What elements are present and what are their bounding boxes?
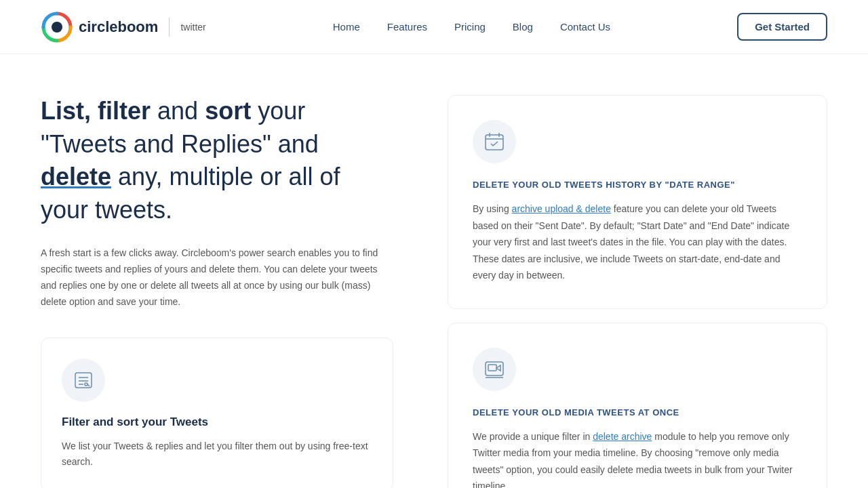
desc-before-2: We provide a unique filter in (473, 431, 593, 442)
nav-link-pricing[interactable]: Pricing (454, 21, 486, 33)
filter-icon (73, 369, 94, 391)
right-column: DELETE YOUR OLD TWEETS HISTORY BY "DATE … (434, 95, 827, 488)
date-range-card-title: DELETE YOUR OLD TWEETS HISTORY BY "DATE … (473, 180, 802, 190)
media-tweets-card-title: DELETE YOUR OLD MEDIA TWEETS AT ONCE (473, 407, 802, 418)
media-icon-wrap (473, 348, 516, 391)
logo-icon (41, 11, 73, 43)
logo-brand-text: circleboom (79, 18, 158, 36)
nav-link-home[interactable]: Home (333, 21, 360, 33)
nav-link-features[interactable]: Features (387, 21, 427, 33)
left-column: List, filter and sort your "Tweets and R… (41, 95, 434, 488)
hero-description: A fresh start is a few clicks away. Circ… (41, 245, 393, 310)
desc-after-1: feature you can delete your old Tweets b… (473, 203, 789, 281)
hero-heading-and1: and (157, 97, 205, 125)
delete-archive-link[interactable]: delete archive (593, 431, 652, 442)
filter-card-desc: We list your Tweets & replies and let yo… (62, 439, 372, 471)
logo-divider (169, 18, 170, 37)
svg-rect-13 (488, 365, 496, 371)
svg-point-1 (52, 22, 62, 33)
main-content: List, filter and sort your "Tweets and R… (0, 54, 868, 488)
svg-rect-8 (486, 135, 503, 150)
hero-heading: List, filter and sort your "Tweets and R… (41, 95, 393, 226)
calendar-check-icon (484, 131, 505, 152)
media-tweets-card-desc: We provide a unique filter in delete arc… (473, 428, 802, 489)
nav-link-contact[interactable]: Contact Us (560, 21, 610, 33)
logo[interactable]: circleboom twitter (41, 11, 206, 43)
archive-upload-delete-link[interactable]: archive upload & delete (512, 203, 611, 214)
filter-card: Filter and sort your Tweets We list your… (41, 338, 393, 488)
hero-heading-delete: delete (41, 163, 111, 190)
date-range-card: DELETE YOUR OLD TWEETS HISTORY BY "DATE … (448, 95, 827, 309)
desc-before-1: By using (473, 203, 512, 214)
date-range-card-desc: By using archive upload & delete feature… (473, 201, 802, 284)
get-started-button[interactable]: Get Started (737, 13, 827, 41)
media-archive-icon (484, 359, 505, 380)
logo-sub-text: twitter (180, 22, 205, 33)
svg-line-7 (87, 384, 90, 386)
media-tweets-card: DELETE YOUR OLD MEDIA TWEETS AT ONCE We … (448, 323, 827, 489)
nav-links: Home Features Pricing Blog Contact Us (333, 21, 610, 33)
hero-heading-bold1: List, filter (41, 97, 151, 125)
date-range-icon-wrap (473, 120, 516, 163)
filter-card-title: Filter and sort your Tweets (62, 415, 372, 429)
nav-link-blog[interactable]: Blog (513, 21, 533, 33)
svg-point-6 (85, 383, 87, 386)
filter-icon-wrap (62, 359, 105, 402)
hero-heading-bold2: sort (205, 97, 251, 125)
navbar: circleboom twitter Home Features Pricing… (0, 0, 868, 54)
